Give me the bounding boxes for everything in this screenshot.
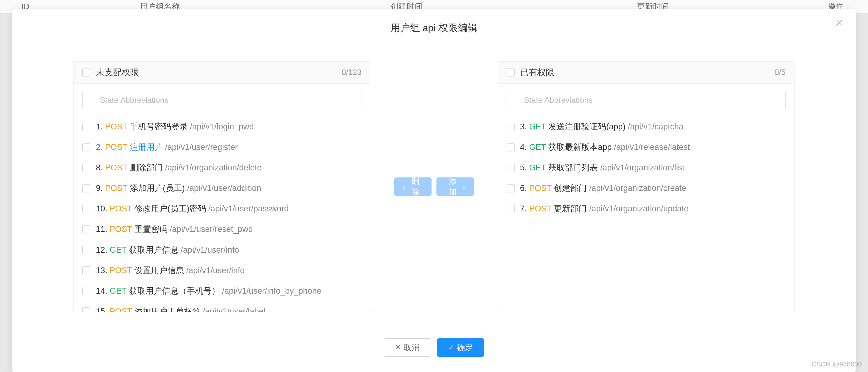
item-method: POST (110, 225, 134, 234)
item-name: 添加用户工单标签 (134, 307, 203, 312)
item-number: 14. (96, 286, 110, 296)
item-number: 5. (520, 163, 529, 172)
modal-footer: ✕ 取消 ✓ 确定 (73, 338, 795, 357)
item-method: POST (110, 204, 134, 213)
permission-modal: 用户组 api 权限编辑 未支配权限 0/123 (12, 9, 856, 372)
list-item[interactable]: 11. POST 重置密码 /api/v1/user/reset_pwd (83, 219, 362, 240)
list-item[interactable]: 12. GET 获取用户信息 /api/v1/user/info (83, 240, 362, 260)
list-item[interactable]: 9. POST 添加用户(员工) /api/v1/user/addition (83, 178, 362, 199)
item-path: /api/v1/captcha (628, 122, 684, 131)
list-item[interactable]: 13. POST 设置用户信息 /api/v1/user/info (83, 260, 362, 281)
item-method: POST (110, 307, 134, 312)
item-text: 2. POST 注册用户 /api/v1/user/register (96, 142, 238, 153)
item-number: 15. (96, 307, 110, 312)
unassigned-panel: 未支配权限 0/123 1. POST 手机号密码登录 /api/v1/logi… (73, 61, 370, 312)
item-name: 创建部门 (554, 183, 589, 193)
chevron-right-icon: › (463, 182, 465, 192)
list-item[interactable]: 14. GET 获取用户信息（手机号） /api/v1/user/info_by… (83, 281, 362, 301)
list-item[interactable]: 3. GET 发送注册验证码(app) /api/v1/captcha (506, 116, 785, 137)
list-item[interactable]: 8. POST 删除部门 /api/v1/organization/delete (83, 158, 362, 178)
item-text: 9. POST 添加用户(员工) /api/v1/user/addition (96, 183, 261, 194)
select-all-assigned-checkbox[interactable] (506, 69, 515, 76)
item-number: 6. (520, 183, 529, 193)
item-number: 10. (96, 204, 110, 213)
add-button-label: 添加 (445, 176, 460, 197)
close-icon: ✕ (395, 343, 401, 351)
item-checkbox[interactable] (83, 246, 90, 254)
item-checkbox[interactable] (83, 123, 90, 131)
item-path: /api/v1/user/info_by_phone (222, 286, 321, 296)
unassigned-panel-count: 0/123 (341, 68, 362, 77)
item-number: 4. (520, 142, 529, 152)
item-checkbox[interactable] (83, 307, 90, 312)
item-checkbox[interactable] (83, 184, 90, 193)
item-number: 2. (96, 142, 105, 152)
item-number: 12. (96, 245, 110, 255)
add-button[interactable]: 添加 › (436, 177, 474, 196)
item-text: 4. GET 获取最新版本app /api/v1/release/latest (520, 142, 690, 153)
item-method: GET (110, 245, 129, 255)
item-name: 获取部门列表 (548, 163, 600, 172)
item-checkbox[interactable] (83, 226, 90, 233)
list-item[interactable]: 1. POST 手机号密码登录 /api/v1/login_pwd (83, 116, 362, 137)
item-method: POST (529, 183, 554, 193)
cancel-button[interactable]: ✕ 取消 (384, 338, 431, 357)
item-checkbox[interactable] (83, 266, 90, 274)
item-text: 12. GET 获取用户信息 /api/v1/user/info (96, 245, 239, 256)
list-item[interactable]: 2. POST 注册用户 /api/v1/user/register (83, 137, 362, 158)
item-text: 3. GET 发送注册验证码(app) /api/v1/captcha (520, 122, 684, 132)
item-path: /api/v1/user/reset_pwd (170, 225, 253, 234)
item-number: 13. (96, 266, 110, 275)
item-path: /api/v1/login_pwd (190, 122, 254, 131)
item-checkbox[interactable] (83, 205, 90, 213)
unassigned-panel-title: 未支配权限 (96, 67, 139, 78)
unassigned-search-input[interactable] (83, 91, 362, 109)
assigned-panel-header: 已有权限 0/5 (498, 62, 794, 83)
item-path: /api/v1/user/info (181, 245, 239, 255)
item-text: 11. POST 重置密码 /api/v1/user/reset_pwd (96, 224, 253, 235)
list-item[interactable]: 15. POST 添加用户工单标签 /api/v1/user/label (83, 301, 362, 312)
item-name: 设置用户信息 (134, 266, 187, 275)
list-item[interactable]: 6. POST 创建部门 /api/v1/organization/create (506, 178, 785, 199)
item-checkbox[interactable] (506, 123, 515, 131)
item-method: POST (105, 142, 130, 152)
remove-button[interactable]: ‹ 删除 (394, 177, 432, 196)
confirm-button[interactable]: ✓ 确定 (437, 338, 484, 357)
item-text: 1. POST 手机号密码登录 /api/v1/login_pwd (96, 122, 254, 132)
item-text: 15. POST 添加用户工单标签 /api/v1/user/label (96, 306, 265, 312)
item-text: 7. POST 更新部门 /api/v1/organization/update (520, 203, 688, 214)
item-name: 获取用户信息（手机号） (129, 286, 222, 296)
close-icon[interactable] (835, 19, 843, 29)
item-checkbox[interactable] (83, 164, 90, 172)
assigned-list[interactable]: 3. GET 发送注册验证码(app) /api/v1/captcha4. GE… (498, 116, 794, 312)
item-path: /api/v1/user/info (186, 266, 245, 275)
list-item[interactable]: 4. GET 获取最新版本app /api/v1/release/latest (506, 137, 785, 158)
item-path: /api/v1/user/addition (187, 183, 261, 193)
list-item[interactable]: 7. POST 更新部门 /api/v1/organization/update (506, 199, 785, 219)
item-path: /api/v1/organization/list (600, 163, 685, 172)
item-checkbox[interactable] (506, 184, 515, 193)
modal-overlay: 用户组 api 权限编辑 未支配权限 0/123 (0, 0, 868, 372)
list-item[interactable]: 10. POST 修改用户(员工)密码 /api/v1/user/passwor… (83, 199, 362, 219)
item-checkbox[interactable] (83, 287, 90, 295)
item-text: 10. POST 修改用户(员工)密码 /api/v1/user/passwor… (96, 203, 289, 214)
item-number: 8. (96, 163, 105, 172)
assigned-search-input[interactable] (506, 91, 785, 109)
item-name: 删除部门 (130, 163, 165, 172)
item-method: POST (529, 204, 554, 213)
item-checkbox[interactable] (83, 143, 90, 151)
item-name: 更新部门 (554, 204, 589, 213)
item-name: 发送注册验证码(app) (548, 122, 628, 131)
select-all-unassigned-checkbox[interactable] (83, 69, 90, 76)
item-name: 获取用户信息 (129, 245, 181, 255)
cancel-button-label: 取消 (404, 342, 420, 353)
item-method: GET (529, 163, 549, 172)
assigned-panel-title: 已有权限 (520, 67, 554, 78)
item-checkbox[interactable] (506, 205, 515, 213)
item-checkbox[interactable] (506, 143, 515, 151)
unassigned-list[interactable]: 1. POST 手机号密码登录 /api/v1/login_pwd2. POST… (74, 116, 370, 312)
transfer-container: 未支配权限 0/123 1. POST 手机号密码登录 /api/v1/logi… (73, 47, 795, 326)
list-item[interactable]: 5. GET 获取部门列表 /api/v1/organization/list (506, 158, 785, 178)
check-icon: ✓ (448, 343, 454, 351)
item-checkbox[interactable] (506, 164, 515, 172)
